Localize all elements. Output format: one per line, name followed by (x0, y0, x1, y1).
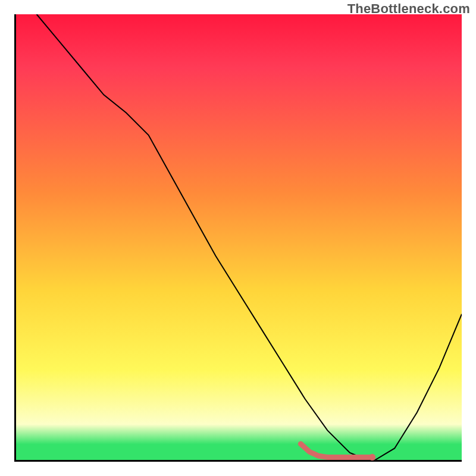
chart-overlay (14, 14, 462, 462)
bottleneck-curve (37, 14, 462, 462)
target-dashed-line (300, 444, 372, 458)
target-dashed-end-dot (369, 454, 375, 461)
chart-plot-area (14, 14, 462, 462)
